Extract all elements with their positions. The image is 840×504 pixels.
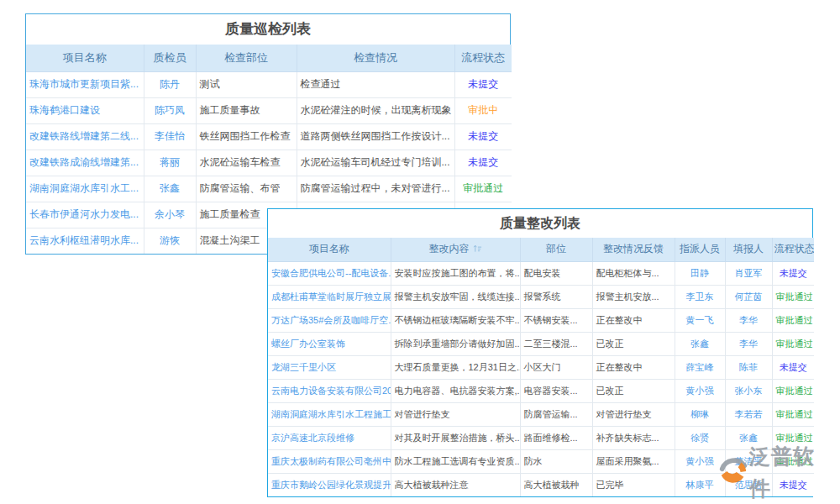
column-header-project_name: 项目名称 bbox=[268, 238, 391, 261]
column-header-reporter: 填报人 bbox=[725, 238, 772, 261]
table-row: 改建铁路成渝线增建第...蒋丽水泥砼运输车检查水泥砼运输车司机经过专门培训...… bbox=[26, 150, 512, 176]
cell-reporter[interactable]: 李若若 bbox=[725, 402, 772, 426]
cell-feedback: 正在整改中 bbox=[592, 355, 675, 379]
cell-project_name[interactable]: 重庆市鹅岭公园绿化景观提升... bbox=[268, 473, 391, 496]
cell-inspector[interactable]: 蒋丽 bbox=[144, 150, 196, 176]
cell-project_name[interactable]: 湖南洞庭湖水库引水工程施工标 bbox=[268, 402, 391, 426]
column-header-assignee: 指派人员 bbox=[675, 238, 725, 261]
cell-feedback: 报警主机安放... bbox=[592, 285, 675, 308]
cell-project_name[interactable]: 龙湖三千里小区 bbox=[268, 355, 391, 379]
cell-status: 审批通过 bbox=[772, 402, 814, 426]
cell-reporter[interactable]: 肖亚军 bbox=[725, 261, 772, 285]
cell-feedback: 已改正 bbox=[592, 332, 675, 355]
cell-status: 审批通过 bbox=[772, 285, 814, 308]
cell-check_result: 水泥砼运输车司机经过专门培训... bbox=[297, 150, 454, 176]
cell-check_part: 防腐管运输、布管 bbox=[196, 176, 297, 202]
inspection-list-title: 质量巡检列表 bbox=[26, 14, 510, 45]
cell-part: 路面维修检... bbox=[520, 426, 592, 449]
cell-content: 拆除到承重墙部分请做好加固... bbox=[391, 332, 520, 355]
cell-assignee[interactable]: 黄小强 bbox=[675, 379, 725, 402]
cell-content: 安装时应按施工图的布置，将... bbox=[391, 261, 520, 285]
column-header-project_name: 项目名称 bbox=[26, 45, 144, 71]
cell-project_name[interactable]: 京沪高速北京段维修 bbox=[268, 426, 391, 449]
cell-assignee[interactable]: 薛宝峰 bbox=[675, 355, 725, 379]
cell-project_name[interactable]: 珠海市城市更新项目紫... bbox=[26, 71, 144, 97]
cell-content: 大理石质量更换，12月31日之... bbox=[391, 355, 520, 379]
column-header-status: 流程状态 bbox=[772, 238, 814, 261]
cell-inspector[interactable]: 陈巧凤 bbox=[144, 97, 196, 123]
column-label-project_name: 项目名称 bbox=[63, 51, 107, 64]
cell-project_name[interactable]: 长春市伊通河水力发电... bbox=[26, 202, 144, 228]
table-row: 成都杜甫草堂临时展厅独立展...报警主机安放牢固，线缆连接...报警系统报警主机… bbox=[268, 285, 814, 308]
cell-assignee[interactable]: 李卫东 bbox=[675, 285, 725, 308]
column-header-feedback: 整改情况反馈 bbox=[592, 238, 675, 261]
cell-project_name[interactable]: 云南水利枢纽潜明水库... bbox=[26, 228, 144, 254]
column-header-check_result: 检查情况 bbox=[297, 45, 454, 71]
cell-project_name[interactable]: 湖南洞庭湖水库引水工... bbox=[26, 176, 144, 202]
column-label-inspector: 质检员 bbox=[154, 51, 186, 64]
cell-part: 防水 bbox=[520, 449, 592, 473]
cell-project_name[interactable]: 螺丝厂办公室装饰 bbox=[268, 332, 391, 355]
cell-assignee[interactable]: 黄一飞 bbox=[675, 308, 725, 332]
cell-status: 审批通过 bbox=[772, 332, 814, 355]
column-header-check_part: 检查部位 bbox=[196, 45, 297, 71]
table-row: 珠海市城市更新项目紫...陈丹测试检查通过未提交 bbox=[26, 71, 512, 97]
column-header-content[interactable]: 整改内容 bbox=[391, 238, 520, 261]
cell-status: 未提交 bbox=[454, 123, 512, 150]
cell-check_result: 检查通过 bbox=[297, 71, 454, 97]
cell-part: 配电安装 bbox=[520, 261, 592, 285]
cell-status: 审批通过 bbox=[772, 379, 814, 402]
table-row: 龙湖三千里小区大理石质量更换，12月31日之...小区大门正在整改中薛宝峰陈菲未… bbox=[268, 355, 814, 379]
cell-content: 不锈钢边框玻璃隔断安装不牢... bbox=[391, 308, 520, 332]
table-row: 珠海鹤港口建设陈巧凤施工质量事故水泥砼灌注的时候，出现离析现象审批中 bbox=[26, 97, 512, 123]
cell-project_name[interactable]: 改建铁路成渝线增建第... bbox=[26, 150, 144, 176]
cell-check_part: 铁丝网围挡工作检查 bbox=[196, 123, 297, 150]
column-header-part: 部位 bbox=[520, 238, 592, 261]
cell-project_name[interactable]: 万达广场35#会所及咖啡厅空... bbox=[268, 308, 391, 332]
cell-inspector[interactable]: 张鑫 bbox=[144, 176, 196, 202]
cell-status: 未提交 bbox=[772, 261, 814, 285]
cell-project_name[interactable]: 成都杜甫草堂临时展厅独立展... bbox=[268, 285, 391, 308]
cell-status: 审批通过 bbox=[772, 308, 814, 332]
cell-assignee[interactable]: 田静 bbox=[675, 261, 725, 285]
cell-inspector[interactable]: 陈丹 bbox=[144, 71, 196, 97]
column-label-check_result: 检查情况 bbox=[354, 51, 397, 64]
column-label-project_name: 项目名称 bbox=[309, 243, 349, 255]
table-row: 云南电力设备安装有限公司20...电力电容器、电抗器安装方案,...电容器安装.… bbox=[268, 379, 814, 402]
table-row: 万达广场35#会所及咖啡厅空...不锈钢边框玻璃隔断安装不牢...不锈钢安装..… bbox=[268, 308, 814, 332]
cell-content: 报警主机安放牢固，线缆连接... bbox=[391, 285, 520, 308]
cell-status: 未提交 bbox=[772, 355, 814, 379]
cell-assignee[interactable]: 柳琳 bbox=[675, 402, 725, 426]
cell-reporter[interactable]: 陈菲 bbox=[725, 355, 772, 379]
cell-project_name[interactable]: 云南电力设备安装有限公司20... bbox=[268, 379, 391, 402]
cell-check_result: 道路两侧铁丝网围挡工作按设计... bbox=[297, 123, 454, 150]
column-label-status: 流程状态 bbox=[774, 243, 815, 255]
cell-assignee[interactable]: 张鑫 bbox=[675, 332, 725, 355]
cell-part: 二至三楼混... bbox=[520, 332, 592, 355]
cell-reporter[interactable]: 李华 bbox=[725, 308, 772, 332]
cell-part: 防腐管运输... bbox=[520, 402, 592, 426]
cell-project_name[interactable]: 重庆太极制药有限公司亳州中... bbox=[268, 449, 391, 473]
cell-feedback: 屋面采用聚氨... bbox=[592, 449, 675, 473]
cell-project_name[interactable]: 珠海鹤港口建设 bbox=[26, 97, 144, 123]
column-label-content: 整改内容 bbox=[429, 243, 470, 255]
cell-check_part: 测试 bbox=[196, 71, 297, 97]
cell-reporter[interactable]: 张小东 bbox=[725, 379, 772, 402]
cell-status: 未提交 bbox=[454, 150, 512, 176]
cell-reporter[interactable]: 何芷茵 bbox=[725, 285, 772, 308]
cell-reporter[interactable]: 李华 bbox=[725, 332, 772, 355]
cell-inspector[interactable]: 游恢 bbox=[144, 228, 196, 254]
cell-inspector[interactable]: 余小琴 bbox=[144, 202, 196, 228]
sort-icon[interactable] bbox=[473, 244, 482, 255]
cell-feedback: 对管进行垫支 bbox=[592, 402, 675, 426]
cell-feedback: 配电柜柜体与... bbox=[592, 261, 675, 285]
cell-feedback: 已改正 bbox=[592, 379, 675, 402]
cell-inspector[interactable]: 李佳怡 bbox=[144, 123, 196, 150]
table-row: 安徽合肥供电公司--配电设备...安装时应按施工图的布置，将...配电安装配电柜… bbox=[268, 261, 814, 285]
column-label-check_part: 检查部位 bbox=[224, 51, 268, 64]
cell-project_name[interactable]: 安徽合肥供电公司--配电设备... bbox=[268, 261, 391, 285]
cell-content: 电力电容器、电抗器安装方案,... bbox=[391, 379, 520, 402]
fanpu-logo-icon bbox=[717, 456, 749, 488]
cell-project_name[interactable]: 改建铁路线增建第二线... bbox=[26, 123, 144, 150]
table-row: 湖南洞庭湖水库引水工程施工标对管进行垫支防腐管运输...对管进行垫支柳琳李若若审… bbox=[268, 402, 814, 426]
